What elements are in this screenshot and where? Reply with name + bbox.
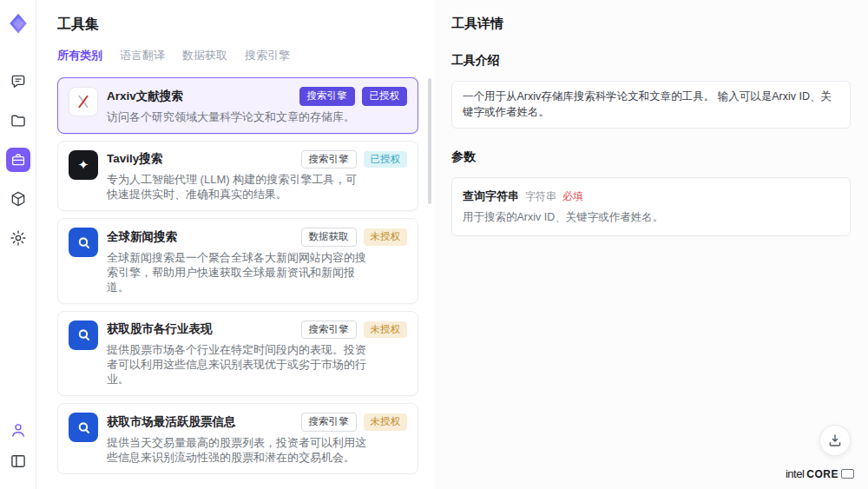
param-type: 字符串: [525, 189, 556, 204]
param-name: 查询字符串: [463, 188, 519, 204]
tool-intro-card: 一个用于从Arxiv存储库搜索科学论文和文章的工具。 输入可以是Arxiv ID…: [451, 81, 851, 129]
user-icon[interactable]: [6, 418, 30, 442]
auth-status-badge: 已授权: [364, 151, 408, 169]
tool-name: Arxiv文献搜索: [107, 89, 293, 104]
category-tab[interactable]: 语言翻译: [120, 48, 165, 63]
tool-card[interactable]: 获取市场最活跃股票信息 搜索引擎 未授权 提供当天交易量最高的股票列表，投资者可…: [57, 403, 418, 474]
tool-cards-list: Arxiv文献搜索 搜索引擎 已授权 访问各个研究领域大量科学论文和文章的存储库…: [57, 77, 418, 474]
app-window: 工具集 所有类别语言翻译数据获取搜索引擎: [0, 0, 868, 489]
category-badge: 搜索引擎: [301, 413, 357, 432]
tool-card[interactable]: ✦ Tavily搜索 搜索引擎 已授权 专为人工智能代理 (LLM) 构建的搜索…: [57, 141, 418, 212]
params-heading: 参数: [451, 149, 851, 165]
auth-status-badge: 未授权: [364, 321, 408, 339]
intel-wordmark: intel: [786, 467, 804, 480]
page-title: 工具集: [57, 16, 418, 34]
news-search-icon: [76, 235, 92, 251]
arxiv-icon: [75, 93, 92, 110]
category-tab[interactable]: 搜索引擎: [245, 48, 290, 63]
app-logo-icon: [7, 12, 30, 38]
tool-list-panel: 工具集 所有类别语言翻译数据获取搜索引擎: [36, 0, 434, 489]
settings-icon[interactable]: [6, 226, 30, 250]
download-icon: [827, 433, 843, 448]
news-search-icon: [76, 420, 92, 436]
tool-name: 全球新闻搜索: [107, 229, 294, 245]
intel-badge-box: [841, 469, 854, 479]
param-card: 查询字符串 字符串 必填 用于搜索的Arxiv ID、关键字或作者姓名。: [451, 177, 851, 236]
param-required-badge: 必填: [562, 189, 583, 204]
tool-detail-panel: 工具详情 工具介绍 一个用于从Arxiv存储库搜索科学论文和文章的工具。 输入可…: [434, 0, 868, 489]
tool-card[interactable]: 全球新闻搜索 数据获取 未授权 全球新闻搜索是一个聚合全球各大新闻网站内容的搜索…: [57, 218, 418, 304]
tool-description: 提供股票市场各个行业在特定时间段内的表现。投资者可以利用这些信息来识别表现优于或…: [107, 342, 367, 387]
intel-core-logo: intel CORE: [786, 467, 854, 480]
briefcase-icon[interactable]: [6, 148, 30, 172]
tool-name: 获取市场最活跃股票信息: [107, 414, 294, 430]
intro-heading: 工具介绍: [451, 53, 851, 69]
auth-status-badge: 未授权: [364, 228, 408, 246]
tool-card[interactable]: 获取股市各行业表现 搜索引擎 未授权 提供股票市场各个行业在特定时间段内的表现。…: [57, 311, 418, 397]
auth-status-badge: 未授权: [364, 413, 408, 431]
tool-description: 专为人工智能代理 (LLM) 构建的搜索引擎工具，可快速提供实时、准确和真实的结…: [107, 172, 367, 202]
icon-rail: [0, 0, 36, 489]
core-wordmark: CORE: [806, 468, 838, 480]
category-tab[interactable]: 所有类别: [57, 48, 102, 63]
folder-icon[interactable]: [6, 109, 30, 133]
chat-icon[interactable]: [6, 69, 30, 94]
layout-icon[interactable]: [6, 449, 30, 473]
download-button[interactable]: [819, 425, 851, 456]
rail-nav: [6, 69, 30, 250]
tavily-star-icon: ✦: [78, 158, 89, 171]
news-search-icon: [76, 327, 92, 343]
param-description: 用于搜索的Arxiv ID、关键字或作者姓名。: [463, 210, 839, 225]
tool-name: Tavily搜索: [107, 151, 294, 167]
category-tabs: 所有类别语言翻译数据获取搜索引擎: [57, 48, 418, 63]
tool-description: 提供当天交易量最高的股票列表，投资者可以利用这些信息来识别流动性强的股票和潜在的…: [107, 435, 367, 465]
category-tab[interactable]: 数据获取: [182, 48, 227, 63]
detail-title: 工具详情: [451, 16, 851, 32]
category-badge: 搜索引擎: [301, 320, 357, 340]
tool-description: 全球新闻搜索是一个聚合全球各大新闻网站内容的搜索引擎，帮助用户快速获取全球最新资…: [107, 250, 367, 294]
auth-status-badge: 已授权: [362, 87, 408, 106]
tool-card[interactable]: Arxiv文献搜索 搜索引擎 已授权 访问各个研究领域大量科学论文和文章的存储库…: [57, 77, 418, 134]
scrollbar-thumb[interactable]: [428, 78, 431, 204]
category-badge: 搜索引擎: [301, 150, 357, 169]
category-badge: 搜索引擎: [299, 87, 355, 106]
tool-description: 访问各个研究领域大量科学论文和文章的存储库。: [107, 109, 367, 124]
tool-name: 获取股市各行业表现: [107, 321, 294, 337]
package-icon[interactable]: [6, 187, 30, 211]
rail-bottom: [6, 418, 30, 473]
category-badge: 数据获取: [301, 228, 357, 247]
